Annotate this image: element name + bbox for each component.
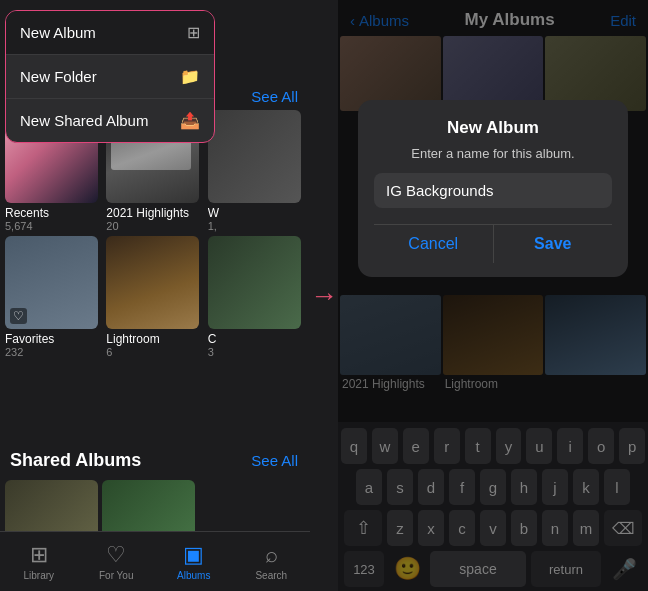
album-name-recents: Recents	[5, 206, 102, 220]
see-all-button[interactable]: See All	[251, 88, 298, 105]
album-thumb-favorites	[5, 236, 98, 329]
library-icon: ⊞	[30, 542, 48, 568]
album-count-favorites: 232	[5, 346, 102, 358]
album-count-w: 1,	[208, 220, 305, 232]
tab-albums-label: Albums	[177, 570, 210, 581]
album-count-c: 3	[208, 346, 305, 358]
albums-icon: ▣	[183, 542, 204, 568]
album-cell-c[interactable]: C 3	[208, 236, 305, 358]
shared-see-all-button[interactable]: See All	[251, 452, 298, 469]
new-album-label: New Album	[20, 24, 96, 41]
arrow-divider: →	[310, 0, 338, 591]
modal-buttons: Cancel Save	[374, 224, 612, 263]
album-cell-lightroom[interactable]: Lightroom 6	[106, 236, 203, 358]
album-cell-favorites[interactable]: Favorites 232	[5, 236, 102, 358]
tab-albums[interactable]: ▣ Albums	[155, 542, 233, 581]
album-grid: Recents 5,674 2021 Highlights 20 W 1, Fa…	[5, 110, 305, 358]
arrow-icon: →	[310, 280, 338, 312]
new-folder-item[interactable]: New Folder 📁	[6, 55, 214, 99]
album-count-2021: 20	[106, 220, 203, 232]
tab-for-you[interactable]: ♡ For You	[78, 542, 156, 581]
album-count-lightroom: 6	[106, 346, 203, 358]
tab-library-label: Library	[23, 570, 54, 581]
album-thumb-w	[208, 110, 301, 203]
new-album-modal: New Album Enter a name for this album. C…	[358, 100, 628, 277]
album-name-2021: 2021 Highlights	[106, 206, 203, 220]
new-album-icon: ⊞	[187, 23, 200, 42]
album-thumb-lightroom	[106, 236, 199, 329]
tab-search-label: Search	[255, 570, 287, 581]
tab-library[interactable]: ⊞ Library	[0, 542, 78, 581]
new-folder-icon: 📁	[180, 67, 200, 86]
left-panel: + New Album ⊞ New Folder 📁 New Shared Al…	[0, 0, 310, 591]
tab-for-you-label: For You	[99, 570, 133, 581]
shared-albums-heading: Shared Albums	[10, 450, 141, 471]
modal-title: New Album	[447, 118, 539, 138]
album-name-c: C	[208, 332, 305, 346]
tab-search[interactable]: ⌕ Search	[233, 542, 311, 581]
album-name-w: W	[208, 206, 305, 220]
new-shared-album-item[interactable]: New Shared Album 📤	[6, 99, 214, 142]
album-name-favorites: Favorites	[5, 332, 102, 346]
album-thumb-c	[208, 236, 301, 329]
new-shared-album-label: New Shared Album	[20, 112, 148, 129]
new-folder-label: New Folder	[20, 68, 97, 85]
modal-subtitle: Enter a name for this album.	[411, 146, 574, 161]
tab-bar: ⊞ Library ♡ For You ▣ Albums ⌕ Search	[0, 531, 310, 591]
new-album-item[interactable]: New Album ⊞	[6, 11, 214, 55]
right-panel: ‹ Albums My Albums Edit New Album Enter …	[338, 0, 648, 591]
cancel-button[interactable]: Cancel	[374, 225, 493, 263]
album-count-recents: 5,674	[5, 220, 102, 232]
new-shared-album-icon: 📤	[180, 111, 200, 130]
album-name-input[interactable]	[374, 173, 612, 208]
album-name-lightroom: Lightroom	[106, 332, 203, 346]
album-cell-w[interactable]: W 1,	[208, 110, 305, 232]
search-icon: ⌕	[265, 542, 278, 568]
dropdown-menu: New Album ⊞ New Folder 📁 New Shared Albu…	[5, 10, 215, 143]
modal-overlay: New Album Enter a name for this album. C…	[338, 0, 648, 591]
for-you-icon: ♡	[106, 542, 126, 568]
save-button[interactable]: Save	[493, 225, 613, 263]
